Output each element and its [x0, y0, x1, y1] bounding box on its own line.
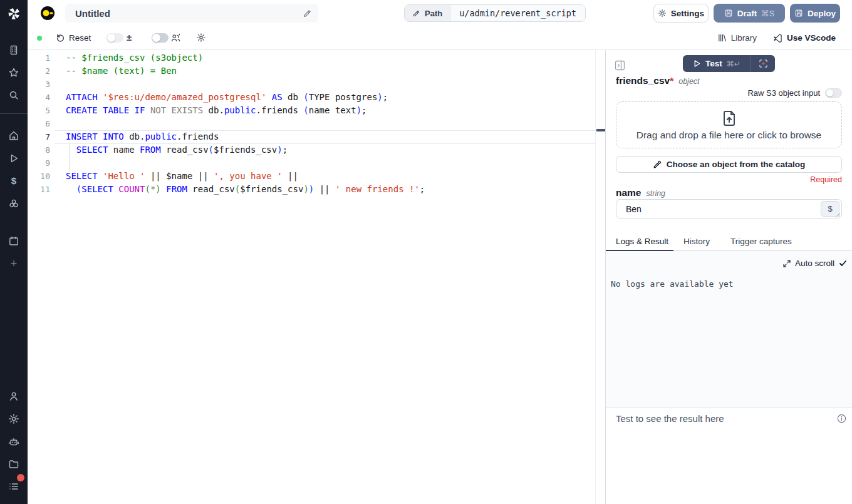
search-icon[interactable]: [8, 90, 19, 101]
catalog-button-label: Choose an object from the catalog: [667, 160, 805, 169]
code-editor[interactable]: 1234567891011 -- $friends_csv (s3object)…: [28, 50, 595, 504]
script-title-input[interactable]: Untitled: [65, 4, 318, 23]
multiplayer-people-icon: [170, 33, 181, 43]
code-line[interactable]: INSERT INTO db.public.friends: [66, 130, 425, 143]
code-line[interactable]: (SELECT COUNT(*) FROM read_csv($friends_…: [66, 183, 425, 196]
editor-scrollbar[interactable]: [595, 50, 605, 504]
script-title: Untitled: [75, 8, 303, 19]
run-panel: Test ⌘↵ friends_csv* object Raw S3 objec…: [606, 50, 852, 504]
variables-dollar-icon[interactable]: $: [8, 175, 19, 187]
code-line[interactable]: -- $friends_csv (s3object): [66, 51, 425, 64]
favorites-star-icon[interactable]: [8, 67, 19, 78]
code-line[interactable]: ATTACH '$res:u/demo/amazed_postgresql' A…: [66, 91, 425, 104]
autoscroll-control[interactable]: Auto scroll: [783, 259, 847, 268]
required-badge: Required: [810, 175, 842, 184]
choose-object-catalog-button[interactable]: Choose an object from the catalog: [616, 156, 842, 173]
toggle-knob: [107, 34, 115, 42]
line-number: 9: [28, 157, 50, 170]
test-shortcut: ⌘↵: [727, 59, 740, 68]
reset-icon[interactable]: [56, 33, 65, 43]
path-selector[interactable]: Path u/admin/reverent_script: [404, 4, 586, 22]
library-label: Library: [731, 33, 757, 43]
save-draft-button[interactable]: Draft ⌘S: [714, 4, 785, 23]
editor-toolbar: Reset ± Library Use VScode: [28, 26, 852, 50]
settings-button[interactable]: Settings: [653, 4, 709, 23]
autoscroll-label: Auto scroll: [795, 259, 834, 268]
field-name: name: [616, 187, 642, 198]
code-line[interactable]: -- $name (text) = Ben: [66, 64, 425, 78]
multiplayer-toggle[interactable]: [152, 33, 169, 43]
code-line[interactable]: [66, 78, 425, 91]
play-icon: [693, 59, 701, 68]
checkmark-icon: [839, 259, 847, 267]
toggle-knob: [826, 90, 833, 96]
raw-s3-toggle[interactable]: [825, 88, 842, 98]
workspace-building-icon[interactable]: [8, 44, 19, 56]
app-sidebar: $ +: [0, 0, 28, 504]
code-line[interactable]: SELECT name FROM read_csv($friends_csv);: [66, 143, 425, 157]
ai-robot-icon[interactable]: [8, 436, 19, 447]
collapse-panel-icon[interactable]: [615, 60, 625, 71]
test-button-group[interactable]: Test ⌘↵: [683, 55, 775, 72]
deploy-label: Deploy: [808, 9, 836, 18]
changelog-list-icon[interactable]: [8, 481, 19, 492]
edit-title-pencil-icon[interactable]: [303, 9, 312, 18]
editor-settings-gear-icon[interactable]: [196, 33, 206, 43]
logs-panel: Auto scroll No logs are available yet: [606, 251, 852, 407]
library-books-icon: [717, 33, 727, 43]
use-vscode-button[interactable]: Use VScode: [773, 33, 836, 43]
folders-icon[interactable]: [8, 458, 19, 470]
field-name-header: name string: [616, 187, 665, 198]
code-line[interactable]: [66, 117, 425, 130]
code-lines[interactable]: -- $friends_csv (s3object)-- $name (text…: [66, 51, 425, 196]
workspace-settings-gear-icon[interactable]: [8, 413, 19, 424]
resize-handle[interactable]: [836, 212, 841, 217]
library-button[interactable]: Library: [717, 33, 757, 43]
reset-button[interactable]: Reset: [69, 33, 91, 43]
gear-icon: [658, 9, 667, 18]
diff-plusminus-icon: ±: [127, 32, 132, 43]
line-number: 11: [28, 183, 50, 196]
tab-history[interactable]: History: [683, 237, 710, 246]
name-input[interactable]: [616, 200, 841, 218]
required-asterisk: *: [670, 75, 673, 86]
user-account-icon[interactable]: [8, 391, 19, 402]
notification-dot: [17, 474, 24, 481]
schedules-calendar-icon[interactable]: [8, 235, 19, 247]
path-value-box[interactable]: u/admin/reverent_script: [450, 5, 585, 21]
test-run-button[interactable]: Test ⌘↵: [683, 59, 751, 68]
result-placeholder: Test to see the result here: [616, 413, 724, 424]
line-number: 3: [28, 78, 50, 91]
code-line[interactable]: SELECT 'Hello ' || $name || ', you have …: [66, 170, 425, 183]
raw-s3-toggle-row: Raw S3 object input: [747, 88, 842, 98]
vscode-label: Use VScode: [787, 33, 836, 43]
capture-run-button[interactable]: [751, 59, 775, 68]
runs-play-icon[interactable]: [8, 153, 19, 164]
info-icon[interactable]: [837, 414, 846, 423]
resources-icon[interactable]: [8, 198, 19, 209]
name-input-wrapper: $: [616, 199, 842, 219]
line-number: 10: [28, 170, 50, 183]
field-name: friends_csv*: [616, 75, 673, 86]
code-line[interactable]: [66, 157, 425, 170]
tab-logs-result[interactable]: Logs & Result: [616, 237, 668, 246]
result-tabs: Logs & Result History Trigger captures: [606, 237, 852, 251]
expand-icon[interactable]: [783, 260, 791, 267]
draft-label: Draft: [737, 9, 757, 18]
eyedropper-icon: [653, 160, 662, 169]
header-bar: Untitled Path u/admin/reverent_script Se…: [28, 0, 852, 26]
result-divider: [606, 407, 852, 408]
line-number: 8: [28, 143, 50, 157]
code-line[interactable]: CREATE TABLE IF NOT EXISTS db.public.fri…: [66, 104, 425, 117]
deploy-button[interactable]: Deploy: [790, 4, 840, 23]
toolbar-right-group: Library Use VScode: [717, 26, 836, 49]
diff-mode-toggle[interactable]: [106, 33, 123, 43]
home-icon[interactable]: [8, 130, 19, 141]
line-number: 5: [28, 104, 50, 117]
windmill-logo-icon[interactable]: [6, 6, 21, 21]
file-dropzone[interactable]: Drag and drop a file here or click to br…: [616, 101, 842, 148]
tab-trigger-captures[interactable]: Trigger captures: [730, 237, 792, 246]
path-edit-button[interactable]: Path: [405, 5, 450, 21]
line-number: 1: [28, 51, 50, 64]
add-item-plus-icon[interactable]: +: [8, 258, 19, 269]
